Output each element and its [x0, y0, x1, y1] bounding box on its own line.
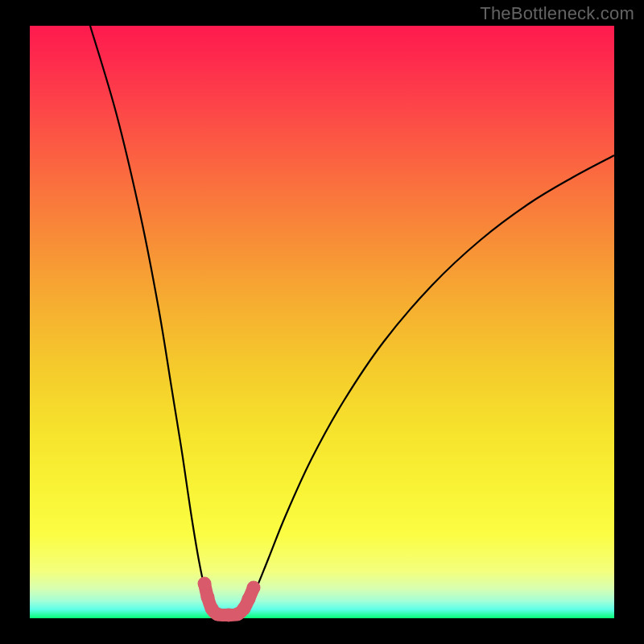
left-curve	[90, 26, 220, 616]
marker-dot	[247, 581, 261, 595]
marker-dot	[198, 577, 212, 591]
watermark-text: TheBottleneck.com	[480, 3, 634, 24]
marker-dots	[198, 577, 261, 622]
plot-area	[30, 26, 614, 618]
curve-svg	[30, 26, 614, 618]
right-curve	[237, 155, 614, 616]
chart-container: TheBottleneck.com	[0, 0, 644, 644]
